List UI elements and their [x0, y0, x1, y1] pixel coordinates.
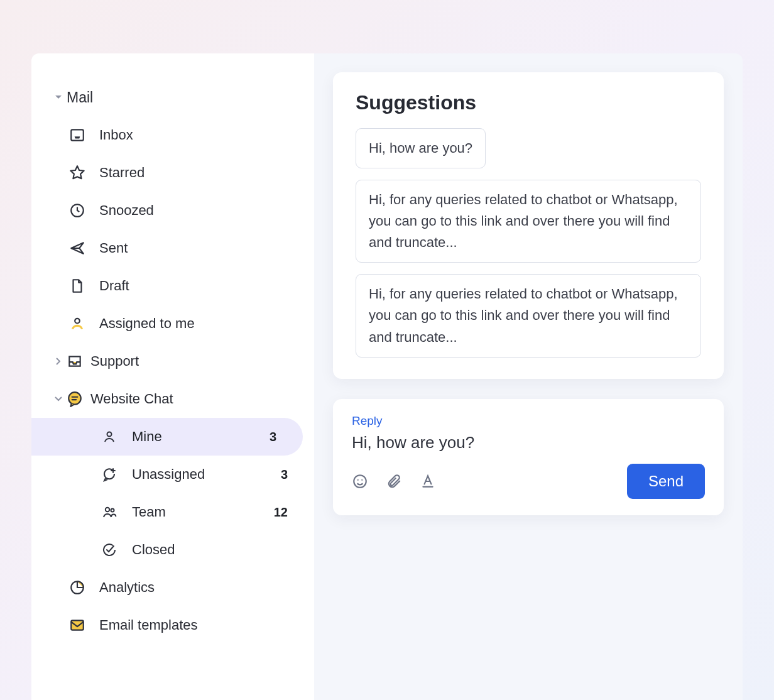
sidebar-section-mail[interactable]: Mail	[31, 79, 314, 116]
sidebar-item-closed[interactable]: Closed	[31, 531, 314, 569]
svg-point-6	[111, 509, 114, 512]
send-icon	[69, 240, 99, 256]
sidebar-item-unassigned[interactable]: Unassigned 3	[31, 456, 314, 493]
attachment-icon[interactable]	[386, 473, 402, 489]
count-badge: 3	[281, 468, 295, 482]
sidebar-item-label: Support	[90, 353, 295, 369]
svg-point-2	[75, 319, 80, 324]
check-circle-icon	[102, 542, 132, 557]
svg-point-4	[107, 432, 112, 437]
sidebar-item-label: Assigned to me	[99, 315, 295, 332]
sidebar-item-label: Analytics	[99, 579, 295, 596]
sidebar-section-label: Mail	[67, 89, 295, 106]
sidebar-item-label: Website Chat	[90, 391, 295, 407]
sidebar-item-label: Draft	[99, 278, 295, 294]
svg-point-11	[361, 479, 362, 480]
count-badge: 12	[274, 505, 295, 520]
sidebar-item-templates[interactable]: Email templates	[31, 606, 314, 644]
sidebar-item-label: Closed	[132, 542, 295, 558]
svg-point-3	[68, 392, 81, 405]
sidebar-item-label: Unassigned	[132, 466, 281, 483]
inbox-icon	[69, 127, 99, 143]
suggestions-title: Suggestions	[356, 91, 701, 114]
svg-rect-0	[71, 129, 84, 140]
sidebar-section-website-chat[interactable]: Website Chat	[31, 380, 314, 418]
svg-point-5	[106, 508, 109, 511]
sidebar-item-label: Email templates	[99, 617, 295, 633]
sidebar-item-snoozed[interactable]: Snoozed	[31, 192, 314, 229]
svg-point-10	[357, 479, 359, 480]
text-format-icon[interactable]	[420, 473, 436, 489]
chevron-down-icon	[50, 94, 67, 101]
sidebar-item-draft[interactable]: Draft	[31, 267, 314, 305]
sidebar-item-label: Starred	[99, 165, 295, 181]
suggestion-item[interactable]: Hi, how are you?	[356, 128, 486, 168]
sidebar-item-mine[interactable]: Mine 3	[31, 418, 303, 456]
reply-input[interactable]: Hi, how are you?	[352, 433, 705, 452]
suggestions-card: Suggestions Hi, how are you? Hi, for any…	[333, 72, 724, 379]
sidebar-item-label: Sent	[99, 240, 295, 256]
sidebar-item-label: Inbox	[99, 127, 295, 143]
person-outline-icon	[102, 429, 132, 444]
star-icon	[69, 165, 99, 181]
svg-point-9	[354, 475, 366, 488]
clock-icon	[69, 202, 99, 219]
pie-chart-icon	[69, 579, 99, 596]
chat-bubble-icon	[67, 391, 90, 407]
chat-plus-icon	[102, 467, 132, 482]
suggestion-item[interactable]: Hi, for any queries related to chatbot o…	[356, 274, 701, 357]
svg-rect-8	[71, 620, 84, 630]
sidebar-item-inbox[interactable]: Inbox	[31, 116, 314, 154]
sidebar-item-starred[interactable]: Starred	[31, 154, 314, 192]
emoji-icon[interactable]	[352, 473, 368, 489]
sidebar-item-team[interactable]: Team 12	[31, 493, 314, 531]
sidebar-item-sent[interactable]: Sent	[31, 229, 314, 267]
sidebar-section-support[interactable]: Support	[31, 342, 314, 380]
person-icon	[69, 315, 99, 332]
send-button[interactable]: Send	[627, 464, 705, 499]
file-icon	[69, 278, 99, 294]
sidebar-item-analytics[interactable]: Analytics	[31, 569, 314, 606]
reply-label: Reply	[352, 414, 705, 428]
chevron-right-icon	[50, 358, 67, 365]
suggestion-item[interactable]: Hi, for any queries related to chatbot o…	[356, 180, 701, 263]
sidebar-item-label: Team	[132, 504, 274, 520]
sidebar: Mail Inbox Starred Snoozed Sent	[31, 53, 314, 700]
sidebar-item-label: Snoozed	[99, 202, 295, 219]
count-badge: 3	[270, 430, 284, 444]
sidebar-item-label: Mine	[132, 429, 270, 445]
sidebar-item-assigned[interactable]: Assigned to me	[31, 305, 314, 342]
people-icon	[102, 505, 132, 520]
chevron-down-icon	[50, 395, 67, 403]
reply-card: Reply Hi, how are you? Send	[333, 399, 724, 515]
envelope-icon	[69, 617, 99, 633]
tray-icon	[67, 353, 90, 369]
main-panel: Suggestions Hi, how are you? Hi, for any…	[314, 53, 743, 700]
